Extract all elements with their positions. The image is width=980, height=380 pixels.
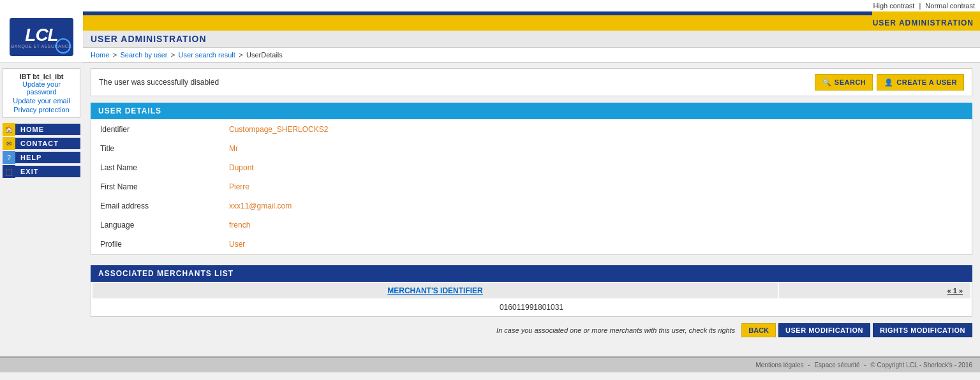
- merchant-row: 016011991801031: [93, 300, 970, 315]
- contact-icon: ✉: [3, 137, 15, 150]
- sidebar-item-contact[interactable]: ✉ CONTACT: [3, 137, 80, 150]
- page-title: USER ADMINISTRATION: [91, 34, 972, 44]
- normal-contrast-link[interactable]: Normal contrast: [925, 2, 975, 10]
- footer: Mentions légales - Espace sécurité - © C…: [0, 356, 980, 372]
- search-button[interactable]: 🔍 SEARCH: [815, 74, 873, 91]
- back-button[interactable]: BACK: [741, 323, 776, 337]
- status-message: The user was successfully disabled: [99, 78, 219, 87]
- merchants-table: MERCHANT'S IDENTIFIER « 1 » 016011991801…: [91, 282, 972, 317]
- field-value-language: french: [221, 216, 970, 234]
- breadcrumb-sep2: >: [171, 51, 175, 59]
- sidebar-item-exit[interactable]: ⬚ EXIT: [3, 165, 80, 178]
- breadcrumb-result[interactable]: User search result: [179, 51, 235, 59]
- field-value-identifier: Custompage_SHERLOCKS2: [221, 121, 970, 138]
- privacy-protection-link[interactable]: Privacy protection: [7, 106, 76, 113]
- search-label: SEARCH: [835, 78, 866, 86]
- table-row: First Name Pierre: [93, 178, 970, 196]
- top-action-buttons: 🔍 SEARCH 👤 CREATE A USER: [815, 74, 964, 91]
- sidebar-nav: 🏠 HOME ✉ CONTACT ? HELP ⬚ EXIT: [3, 123, 80, 178]
- logo-area: LCL BANQUE ET ASSURANCE: [0, 11, 83, 62]
- sidebar-exit-label: EXIT: [15, 166, 80, 177]
- sidebar-home-label: HOME: [15, 124, 80, 135]
- merchant-identifier: 016011991801031: [93, 300, 970, 315]
- breadcrumb-current: UserDetails: [246, 51, 283, 59]
- field-label-identifier: Identifier: [93, 121, 220, 138]
- footer-sep2: -: [864, 362, 866, 369]
- merchants-col-header-row: MERCHANT'S IDENTIFIER « 1 »: [93, 283, 970, 298]
- message-bar: The user was successfully disabled 🔍 SEA…: [91, 68, 972, 96]
- update-password-link[interactable]: Update your password: [7, 80, 76, 96]
- logo-lcl-text: LCL: [25, 26, 57, 44]
- footer-espace-link[interactable]: Espace sécurité: [814, 362, 859, 369]
- field-label-email: Email address: [93, 197, 220, 215]
- merchants-section-header: ASSOCIATED MERCHANTS LIST: [91, 265, 972, 282]
- table-row: Last Name Dupont: [93, 159, 970, 177]
- user-details-header: USER DETAILS: [91, 103, 972, 119]
- rights-modification-button[interactable]: RIGHTS MODIFICATION: [873, 323, 972, 337]
- exit-icon: ⬚: [3, 165, 15, 178]
- field-label-lastname: Last Name: [93, 159, 220, 177]
- update-email-link[interactable]: Update your email: [7, 97, 76, 105]
- breadcrumb-search[interactable]: Search by user: [120, 51, 167, 59]
- breadcrumb-home[interactable]: Home: [91, 51, 109, 59]
- create-user-button[interactable]: 👤 CREATE A USER: [877, 74, 964, 91]
- sidebar-item-home[interactable]: 🏠 HOME: [3, 123, 80, 136]
- sidebar-item-help[interactable]: ? HELP: [3, 151, 80, 164]
- footer-copyright: © Copyright LCL - Sherlock's - 2016: [870, 362, 972, 369]
- sidebar-user-box: IBT bt_lcl_ibt Update your password Upda…: [3, 68, 80, 118]
- sidebar: IBT bt_lcl_ibt Update your password Upda…: [0, 63, 83, 356]
- home-icon: 🏠: [3, 123, 15, 136]
- table-row: Profile User: [93, 235, 970, 253]
- field-value-profile: User: [221, 235, 970, 253]
- field-value-firstname: Pierre: [221, 178, 970, 196]
- contrast-separator: |: [919, 2, 921, 10]
- help-icon: ?: [3, 151, 15, 164]
- table-row: Language french: [93, 216, 970, 234]
- table-row: Identifier Custompage_SHERLOCKS2: [93, 121, 970, 138]
- field-value-lastname: Dupont: [221, 159, 970, 177]
- search-icon: 🔍: [822, 77, 832, 87]
- merchant-id-col-header[interactable]: MERCHANT'S IDENTIFIER: [93, 283, 778, 298]
- merchants-pagination[interactable]: « 1 »: [779, 283, 970, 298]
- add-user-icon: 👤: [884, 77, 894, 87]
- footer-sep1: -: [808, 362, 810, 369]
- create-user-label: CREATE A USER: [896, 78, 957, 86]
- sidebar-help-label: HELP: [15, 152, 80, 163]
- user-details-table: Identifier Custompage_SHERLOCKS2 Title M…: [91, 119, 972, 255]
- field-label-title: Title: [93, 140, 220, 157]
- breadcrumb-sep1: >: [113, 51, 117, 59]
- bottom-note: In case you associated one or more merch…: [496, 326, 735, 334]
- admin-label: USER ADMINISTRATION: [873, 18, 974, 27]
- user-modification-button[interactable]: USER MODIFICATION: [778, 323, 870, 337]
- field-value-title: Mr: [221, 140, 970, 157]
- lcl-logo: LCL BANQUE ET ASSURANCE: [10, 18, 73, 56]
- high-contrast-link[interactable]: High contrast: [873, 2, 915, 10]
- header-right: USER ADMINISTRATION USER ADMINISTRATION …: [83, 11, 980, 62]
- field-label-firstname: First Name: [93, 178, 220, 196]
- field-label-language: Language: [93, 216, 220, 234]
- logo-circle: [56, 38, 71, 54]
- sidebar-contact-label: CONTACT: [15, 138, 80, 149]
- footer-mentions-link[interactable]: Mentions légales: [755, 362, 803, 369]
- table-row: Title Mr: [93, 140, 970, 157]
- field-value-email: xxx11@gmail.com: [221, 197, 970, 215]
- breadcrumb-sep3: >: [239, 51, 242, 59]
- field-label-profile: Profile: [93, 235, 220, 253]
- table-row: Email address xxx11@gmail.com: [93, 197, 970, 215]
- sidebar-username: IBT bt_lcl_ibt: [7, 73, 76, 80]
- main-content: The user was successfully disabled 🔍 SEA…: [83, 63, 980, 356]
